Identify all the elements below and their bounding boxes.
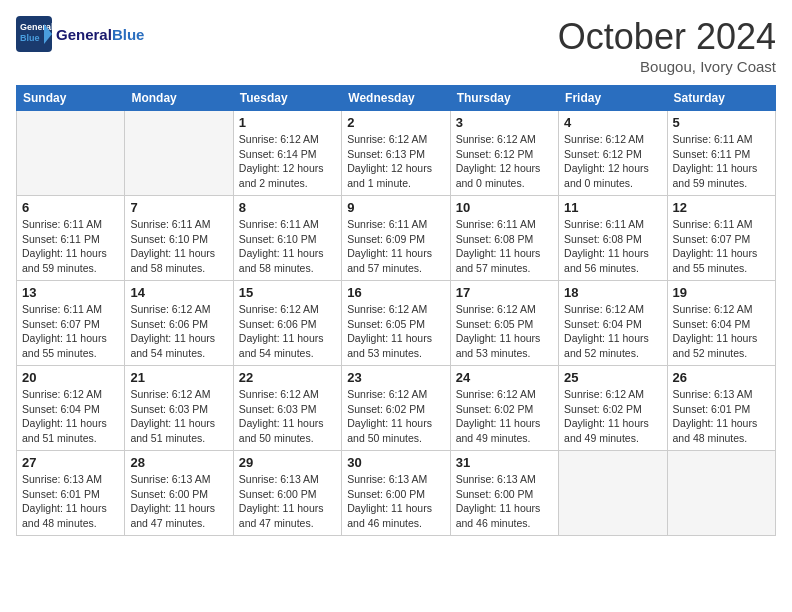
calendar-cell: 20Sunrise: 6:12 AM Sunset: 6:04 PM Dayli…: [17, 366, 125, 451]
day-number: 17: [456, 285, 553, 300]
day-number: 25: [564, 370, 661, 385]
calendar-cell: 15Sunrise: 6:12 AM Sunset: 6:06 PM Dayli…: [233, 281, 341, 366]
logo-blue-text: Blue: [112, 26, 145, 43]
calendar-cell: [667, 451, 775, 536]
day-detail: Sunrise: 6:12 AM Sunset: 6:14 PM Dayligh…: [239, 132, 336, 191]
calendar-cell: 10Sunrise: 6:11 AM Sunset: 6:08 PM Dayli…: [450, 196, 558, 281]
calendar-cell: 18Sunrise: 6:12 AM Sunset: 6:04 PM Dayli…: [559, 281, 667, 366]
weekday-header-saturday: Saturday: [667, 86, 775, 111]
calendar-cell: 17Sunrise: 6:12 AM Sunset: 6:05 PM Dayli…: [450, 281, 558, 366]
day-number: 10: [456, 200, 553, 215]
calendar-cell: 28Sunrise: 6:13 AM Sunset: 6:00 PM Dayli…: [125, 451, 233, 536]
day-number: 2: [347, 115, 444, 130]
calendar-cell: 16Sunrise: 6:12 AM Sunset: 6:05 PM Dayli…: [342, 281, 450, 366]
logo-general-text: General: [56, 26, 112, 43]
day-detail: Sunrise: 6:11 AM Sunset: 6:11 PM Dayligh…: [673, 132, 770, 191]
day-number: 30: [347, 455, 444, 470]
day-detail: Sunrise: 6:11 AM Sunset: 6:07 PM Dayligh…: [673, 217, 770, 276]
day-detail: Sunrise: 6:11 AM Sunset: 6:10 PM Dayligh…: [239, 217, 336, 276]
calendar-cell: 8Sunrise: 6:11 AM Sunset: 6:10 PM Daylig…: [233, 196, 341, 281]
week-row-4: 20Sunrise: 6:12 AM Sunset: 6:04 PM Dayli…: [17, 366, 776, 451]
day-number: 13: [22, 285, 119, 300]
day-number: 4: [564, 115, 661, 130]
calendar-cell: 25Sunrise: 6:12 AM Sunset: 6:02 PM Dayli…: [559, 366, 667, 451]
title-block: October 2024 Bougou, Ivory Coast: [558, 16, 776, 75]
day-number: 15: [239, 285, 336, 300]
calendar-cell: 11Sunrise: 6:11 AM Sunset: 6:08 PM Dayli…: [559, 196, 667, 281]
day-number: 11: [564, 200, 661, 215]
day-number: 23: [347, 370, 444, 385]
day-detail: Sunrise: 6:13 AM Sunset: 6:01 PM Dayligh…: [22, 472, 119, 531]
day-detail: Sunrise: 6:12 AM Sunset: 6:02 PM Dayligh…: [347, 387, 444, 446]
week-row-3: 13Sunrise: 6:11 AM Sunset: 6:07 PM Dayli…: [17, 281, 776, 366]
weekday-header-row: SundayMondayTuesdayWednesdayThursdayFrid…: [17, 86, 776, 111]
day-detail: Sunrise: 6:13 AM Sunset: 6:01 PM Dayligh…: [673, 387, 770, 446]
logo-icon: General Blue: [16, 16, 52, 52]
week-row-5: 27Sunrise: 6:13 AM Sunset: 6:01 PM Dayli…: [17, 451, 776, 536]
day-detail: Sunrise: 6:13 AM Sunset: 6:00 PM Dayligh…: [456, 472, 553, 531]
calendar-table: SundayMondayTuesdayWednesdayThursdayFrid…: [16, 85, 776, 536]
weekday-header-friday: Friday: [559, 86, 667, 111]
day-detail: Sunrise: 6:12 AM Sunset: 6:12 PM Dayligh…: [456, 132, 553, 191]
calendar-cell: 1Sunrise: 6:12 AM Sunset: 6:14 PM Daylig…: [233, 111, 341, 196]
calendar-cell: 14Sunrise: 6:12 AM Sunset: 6:06 PM Dayli…: [125, 281, 233, 366]
day-detail: Sunrise: 6:11 AM Sunset: 6:08 PM Dayligh…: [564, 217, 661, 276]
day-detail: Sunrise: 6:12 AM Sunset: 6:05 PM Dayligh…: [347, 302, 444, 361]
day-detail: Sunrise: 6:13 AM Sunset: 6:00 PM Dayligh…: [347, 472, 444, 531]
day-number: 9: [347, 200, 444, 215]
day-detail: Sunrise: 6:13 AM Sunset: 6:00 PM Dayligh…: [130, 472, 227, 531]
day-number: 1: [239, 115, 336, 130]
calendar-cell: 27Sunrise: 6:13 AM Sunset: 6:01 PM Dayli…: [17, 451, 125, 536]
weekday-header-thursday: Thursday: [450, 86, 558, 111]
week-row-1: 1Sunrise: 6:12 AM Sunset: 6:14 PM Daylig…: [17, 111, 776, 196]
calendar-cell: 29Sunrise: 6:13 AM Sunset: 6:00 PM Dayli…: [233, 451, 341, 536]
weekday-header-monday: Monday: [125, 86, 233, 111]
day-number: 12: [673, 200, 770, 215]
day-number: 8: [239, 200, 336, 215]
day-detail: Sunrise: 6:11 AM Sunset: 6:08 PM Dayligh…: [456, 217, 553, 276]
calendar-cell: 24Sunrise: 6:12 AM Sunset: 6:02 PM Dayli…: [450, 366, 558, 451]
day-number: 16: [347, 285, 444, 300]
calendar-cell: 2Sunrise: 6:12 AM Sunset: 6:13 PM Daylig…: [342, 111, 450, 196]
logo: General Blue GeneralBlue: [16, 16, 144, 52]
day-detail: Sunrise: 6:12 AM Sunset: 6:02 PM Dayligh…: [456, 387, 553, 446]
day-detail: Sunrise: 6:12 AM Sunset: 6:02 PM Dayligh…: [564, 387, 661, 446]
calendar-cell: 19Sunrise: 6:12 AM Sunset: 6:04 PM Dayli…: [667, 281, 775, 366]
day-number: 6: [22, 200, 119, 215]
day-detail: Sunrise: 6:12 AM Sunset: 6:04 PM Dayligh…: [564, 302, 661, 361]
calendar-cell: 7Sunrise: 6:11 AM Sunset: 6:10 PM Daylig…: [125, 196, 233, 281]
calendar-cell: 30Sunrise: 6:13 AM Sunset: 6:00 PM Dayli…: [342, 451, 450, 536]
day-number: 14: [130, 285, 227, 300]
day-number: 24: [456, 370, 553, 385]
day-number: 7: [130, 200, 227, 215]
day-number: 27: [22, 455, 119, 470]
calendar-cell: [125, 111, 233, 196]
day-number: 20: [22, 370, 119, 385]
day-detail: Sunrise: 6:11 AM Sunset: 6:07 PM Dayligh…: [22, 302, 119, 361]
day-detail: Sunrise: 6:12 AM Sunset: 6:06 PM Dayligh…: [130, 302, 227, 361]
day-number: 29: [239, 455, 336, 470]
calendar-cell: 4Sunrise: 6:12 AM Sunset: 6:12 PM Daylig…: [559, 111, 667, 196]
day-number: 19: [673, 285, 770, 300]
calendar-cell: 31Sunrise: 6:13 AM Sunset: 6:00 PM Dayli…: [450, 451, 558, 536]
weekday-header-sunday: Sunday: [17, 86, 125, 111]
day-detail: Sunrise: 6:12 AM Sunset: 6:12 PM Dayligh…: [564, 132, 661, 191]
day-number: 22: [239, 370, 336, 385]
calendar-cell: 26Sunrise: 6:13 AM Sunset: 6:01 PM Dayli…: [667, 366, 775, 451]
day-detail: Sunrise: 6:12 AM Sunset: 6:04 PM Dayligh…: [673, 302, 770, 361]
day-detail: Sunrise: 6:12 AM Sunset: 6:05 PM Dayligh…: [456, 302, 553, 361]
week-row-2: 6Sunrise: 6:11 AM Sunset: 6:11 PM Daylig…: [17, 196, 776, 281]
day-detail: Sunrise: 6:12 AM Sunset: 6:06 PM Dayligh…: [239, 302, 336, 361]
calendar-cell: 6Sunrise: 6:11 AM Sunset: 6:11 PM Daylig…: [17, 196, 125, 281]
weekday-header-tuesday: Tuesday: [233, 86, 341, 111]
day-number: 3: [456, 115, 553, 130]
calendar-cell: 22Sunrise: 6:12 AM Sunset: 6:03 PM Dayli…: [233, 366, 341, 451]
svg-text:Blue: Blue: [20, 33, 40, 43]
day-detail: Sunrise: 6:11 AM Sunset: 6:09 PM Dayligh…: [347, 217, 444, 276]
calendar-cell: 9Sunrise: 6:11 AM Sunset: 6:09 PM Daylig…: [342, 196, 450, 281]
day-detail: Sunrise: 6:13 AM Sunset: 6:00 PM Dayligh…: [239, 472, 336, 531]
calendar-cell: 23Sunrise: 6:12 AM Sunset: 6:02 PM Dayli…: [342, 366, 450, 451]
day-number: 5: [673, 115, 770, 130]
day-number: 26: [673, 370, 770, 385]
calendar-cell: [559, 451, 667, 536]
